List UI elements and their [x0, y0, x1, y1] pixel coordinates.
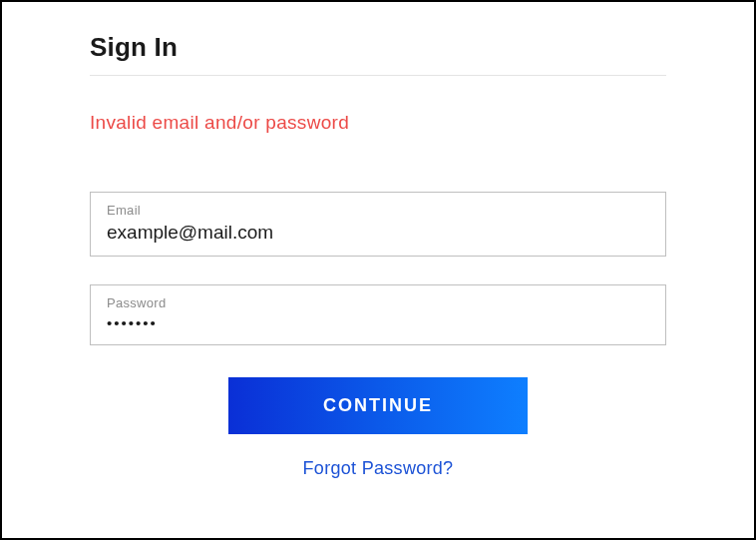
continue-button[interactable]: CONTINUE: [228, 377, 528, 434]
password-field-container[interactable]: Password: [90, 284, 666, 345]
title-divider: [90, 75, 666, 76]
email-input[interactable]: [107, 222, 649, 244]
email-label: Email: [107, 203, 649, 218]
forgot-password-link[interactable]: Forgot Password?: [303, 458, 454, 479]
password-label: Password: [107, 295, 649, 310]
email-field-container[interactable]: Email: [90, 192, 666, 257]
password-input[interactable]: [107, 314, 649, 331]
error-message: Invalid email and/or password: [90, 112, 666, 134]
signin-panel: Sign In Invalid email and/or password Em…: [0, 0, 756, 540]
actions-container: CONTINUE Forgot Password?: [90, 377, 666, 479]
page-title: Sign In: [90, 32, 666, 63]
